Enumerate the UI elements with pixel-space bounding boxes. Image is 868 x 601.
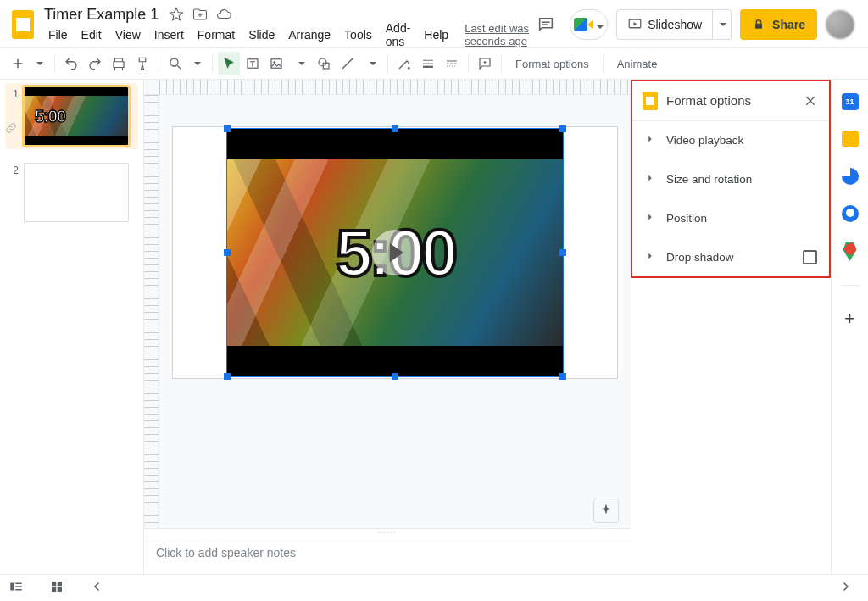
- paint-format-button[interactable]: [131, 52, 153, 75]
- account-avatar[interactable]: [826, 10, 854, 39]
- side-panel-separator: [841, 285, 860, 286]
- zoom-button[interactable]: [164, 52, 186, 75]
- menu-help[interactable]: Help: [418, 25, 454, 44]
- meet-button[interactable]: [570, 9, 608, 40]
- slide-page[interactable]: 5:00: [173, 127, 617, 378]
- zoom-dropdown[interactable]: [185, 52, 207, 75]
- play-icon[interactable]: [372, 230, 418, 275]
- image-tool-button[interactable]: [265, 52, 287, 75]
- line-dropdown[interactable]: [360, 52, 382, 75]
- textbox-tool-button[interactable]: [242, 52, 264, 75]
- contacts-addon-icon[interactable]: [842, 205, 859, 222]
- svg-rect-12: [52, 587, 56, 592]
- tasks-addon-icon[interactable]: [842, 168, 859, 185]
- format-options-sidebar: Format options Video playback Size and r…: [631, 80, 831, 278]
- slide-thumbnail-1[interactable]: 1 5:00: [5, 83, 138, 149]
- meet-icon: [574, 18, 593, 31]
- format-section-label: Video playback: [666, 134, 743, 147]
- star-icon[interactable]: [169, 7, 184, 22]
- chevron-right-icon: [644, 250, 656, 264]
- format-section-drop-shadow[interactable]: Drop shadow: [632, 237, 829, 276]
- menu-format[interactable]: Format: [192, 25, 241, 44]
- select-tool-button[interactable]: [218, 52, 240, 75]
- resize-handle-bl[interactable]: [224, 373, 231, 380]
- maps-addon-icon[interactable]: [843, 242, 857, 261]
- explore-button[interactable]: [593, 498, 619, 523]
- format-section-size-rotation[interactable]: Size and rotation: [632, 160, 829, 199]
- print-button[interactable]: [108, 52, 130, 75]
- resize-handle-tm[interactable]: [392, 125, 398, 132]
- selected-video-object[interactable]: 5:00: [227, 129, 563, 376]
- close-icon[interactable]: [802, 92, 819, 109]
- present-dropdown-button[interactable]: [713, 9, 732, 40]
- horizontal-ruler[interactable]: [159, 80, 631, 95]
- slides-home-button[interactable]: [8, 5, 37, 44]
- resize-handle-bm[interactable]: [392, 373, 398, 380]
- svg-point-6: [319, 58, 326, 66]
- format-section-video-playback[interactable]: Video playback: [632, 121, 829, 160]
- comment-insert-button[interactable]: [474, 52, 496, 75]
- document-title[interactable]: Timer Example 1: [42, 6, 160, 24]
- keep-addon-icon[interactable]: [842, 131, 859, 147]
- menu-insert[interactable]: Insert: [148, 25, 190, 44]
- present-slideshow-button[interactable]: Slideshow: [616, 9, 713, 40]
- slide-number: 2: [7, 163, 19, 222]
- cloud-status-icon[interactable]: [216, 7, 231, 22]
- new-slide-button[interactable]: [7, 52, 29, 75]
- main-content: 1 5:00 2: [0, 80, 868, 574]
- slides-logo-icon: [12, 10, 34, 39]
- menu-view[interactable]: View: [109, 25, 147, 44]
- slide-canvas-area[interactable]: 5:00: [159, 95, 631, 528]
- menu-file[interactable]: File: [42, 25, 74, 44]
- svg-point-2: [170, 58, 178, 66]
- comments-button[interactable]: [531, 9, 561, 40]
- last-edit-link[interactable]: Last edit was seconds ago: [465, 22, 531, 47]
- border-dash-button[interactable]: [441, 52, 463, 75]
- hide-side-panel-button[interactable]: [831, 579, 860, 597]
- resize-handle-tr[interactable]: [559, 125, 566, 132]
- border-weight-button[interactable]: [417, 52, 439, 75]
- menu-slide[interactable]: Slide: [242, 25, 281, 44]
- menu-edit[interactable]: Edit: [75, 25, 108, 44]
- grid-view-button[interactable]: [49, 579, 64, 597]
- border-color-button[interactable]: [393, 52, 415, 75]
- undo-button[interactable]: [60, 52, 82, 75]
- filmstrip: 1 5:00 2: [0, 80, 144, 574]
- animate-toolbar-button[interactable]: Animate: [609, 52, 666, 75]
- svg-point-8: [408, 67, 409, 69]
- notes-resize-handle[interactable]: ⋯⋯: [144, 528, 631, 537]
- resize-handle-mr[interactable]: [559, 249, 566, 256]
- vertical-ruler[interactable]: [144, 95, 159, 528]
- svg-rect-9: [10, 583, 14, 591]
- toolbar: Format options Animate: [0, 47, 868, 80]
- redo-button[interactable]: [84, 52, 106, 75]
- shape-tool-button[interactable]: [313, 52, 335, 75]
- line-tool-button[interactable]: [337, 52, 359, 75]
- speaker-notes-input[interactable]: Click to add speaker notes: [144, 537, 631, 574]
- svg-rect-4: [271, 59, 281, 69]
- drop-shadow-checkbox[interactable]: [803, 250, 817, 264]
- calendar-addon-icon[interactable]: [842, 93, 859, 110]
- image-dropdown[interactable]: [289, 52, 311, 75]
- format-options-icon: [643, 92, 658, 110]
- resize-handle-ml[interactable]: [224, 249, 231, 256]
- bottom-bar: [0, 574, 868, 601]
- move-icon[interactable]: [192, 7, 208, 22]
- meet-dropdown-caret[interactable]: [594, 19, 604, 31]
- get-addons-button[interactable]: +: [844, 309, 855, 328]
- menu-arrange[interactable]: Arrange: [282, 25, 337, 44]
- share-button[interactable]: Share: [740, 9, 817, 40]
- collapse-filmstrip-button[interactable]: [90, 579, 105, 597]
- resize-handle-br[interactable]: [559, 373, 566, 380]
- new-slide-dropdown[interactable]: [27, 52, 49, 75]
- side-panel: +: [831, 80, 868, 574]
- menu-addons[interactable]: Add-ons: [380, 19, 417, 51]
- resize-handle-tl[interactable]: [224, 125, 231, 132]
- share-label: Share: [772, 18, 805, 31]
- filmstrip-view-button[interactable]: [8, 579, 24, 597]
- editor-workspace: 5:00: [144, 80, 631, 574]
- format-options-toolbar-button[interactable]: Format options: [507, 52, 598, 75]
- slide-thumbnail-2[interactable]: 2: [5, 159, 138, 225]
- menu-tools[interactable]: Tools: [338, 25, 378, 44]
- format-section-position[interactable]: Position: [632, 198, 829, 237]
